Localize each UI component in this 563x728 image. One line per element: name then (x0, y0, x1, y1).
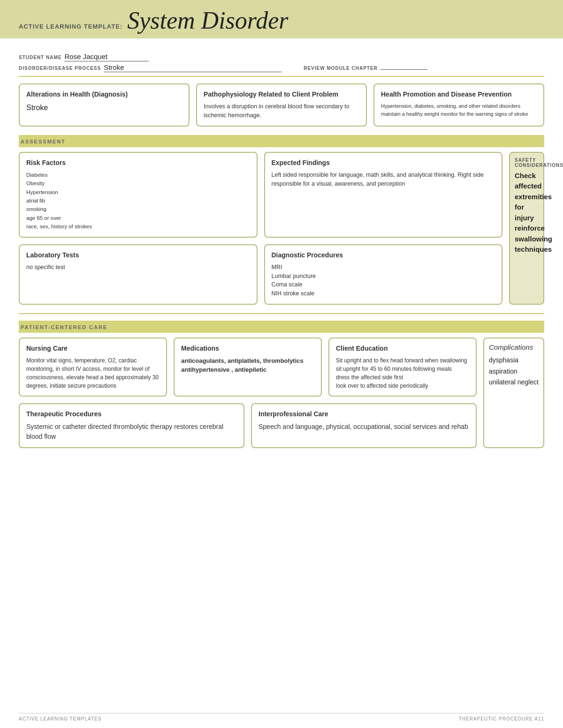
medications-box: Medications anticoagulants, antiplatlets… (174, 338, 322, 397)
patient-care-area: Nursing Care Monitor vital signs, temper… (19, 338, 544, 448)
interprofessional-care-box: Interprofessional Care Speech and langua… (251, 403, 477, 448)
risk-factors-content: Diabetes Obesity Hypertension atrial fib… (26, 171, 250, 231)
lab-tests-box: Laboratory Tests no specific test (19, 244, 258, 305)
expected-findings-box: Expected Findings Left sided responsible… (264, 152, 503, 238)
assessment-area: Risk Factors Diabetes Obesity Hypertensi… (19, 152, 544, 305)
health-promotion-content: Hypertension, diabetes, smoking, and oth… (381, 102, 537, 118)
footer: ACTIVE LEARNING TEMPLATES THERAPEUTIC PR… (19, 713, 544, 721)
assessment-section-label: ASSESSMENT (19, 139, 66, 144)
patient-care-section-header: PATIENT-CENTERED CARE (19, 321, 544, 333)
assessment-top-row: Risk Factors Diabetes Obesity Hypertensi… (19, 152, 502, 238)
expected-findings-title: Expected Findings (272, 158, 495, 167)
safety-title: SAFETY CONSIDERATIONS (515, 158, 539, 168)
alterations-title: Alterations in Health (Diagnosis) (26, 90, 182, 98)
nursing-care-content: Monitor vital signs, temperature, O2, ca… (26, 356, 160, 390)
diagnostic-procedures-title: Diagnostic Procedures (272, 251, 495, 259)
footer-left: ACTIVE LEARNING TEMPLATES (19, 716, 101, 721)
patient-care-section-label: PATIENT-CENTERED CARE (19, 324, 107, 330)
active-learning-label: ACTIVE LEARNING TEMPLATE: (19, 23, 122, 30)
alterations-content: Stroke (26, 102, 182, 113)
client-education-content: Sit upright and to flex head forward whe… (336, 356, 469, 390)
pathophysiology-content: Involves a disruption in cerebral blood … (204, 102, 359, 120)
nursing-care-box: Nursing Care Monitor vital signs, temper… (19, 338, 167, 397)
lab-tests-title: Laboratory Tests (26, 251, 250, 259)
student-name-value: Rose Jacquet (64, 53, 149, 61)
diagnostic-procedures-content: MRI Lumbar puncture Coma scale NIH strok… (272, 263, 495, 298)
review-value (380, 69, 427, 70)
footer-right: THERAPEUTIC PROCEDURE A11 (459, 716, 544, 721)
assessment-left: Risk Factors Diabetes Obesity Hypertensi… (19, 152, 502, 305)
expected-findings-content: Left sided responsible for language, mat… (272, 171, 495, 188)
section-divider (19, 313, 544, 314)
therapeutic-procedures-box: Therapeutic Procedures Systemic or cathe… (19, 403, 244, 448)
disorder-label: DISORDER/DISEASE PROCESS (19, 66, 101, 71)
assessment-section-header: ASSESSMENT (19, 135, 544, 147)
nursing-care-title: Nursing Care (26, 344, 160, 353)
disorder-row: DISORDER/DISEASE PROCESS Stroke REVIEW M… (19, 63, 544, 72)
safety-content: Check affected extremities for injury re… (515, 171, 539, 255)
alterations-box: Alterations in Health (Diagnosis) Stroke (19, 83, 190, 127)
patient-care-bottom-row: Therapeutic Procedures Systemic or cathe… (19, 403, 477, 448)
therapeutic-procedures-title: Therapeutic Procedures (26, 410, 237, 418)
health-promotion-title: Health Promotion and Disease Prevention (381, 90, 537, 98)
risk-factors-title: Risk Factors (26, 158, 250, 167)
pathophysiology-box: Pathophysiology Related to Client Proble… (196, 83, 367, 127)
complications-content: dysphasia aspiration unilateral neglect (489, 355, 539, 388)
client-education-box: Client Education Sit upright and to flex… (328, 338, 477, 397)
main-content: STUDENT NAME Rose Jacquet DISORDER/DISEA… (0, 38, 563, 456)
complications-box: Complications dysphasia aspiration unila… (483, 338, 544, 448)
lab-tests-content: no specific test (26, 263, 250, 272)
safety-box: SAFETY CONSIDERATIONS Check affected ext… (509, 152, 544, 305)
review-label: REVIEW MODULE CHAPTER (304, 66, 378, 71)
assessment-bottom-row: Laboratory Tests no specific test Diagno… (19, 244, 502, 305)
page-title: System Disorder (127, 8, 288, 33)
top-boxes: Alterations in Health (Diagnosis) Stroke… (19, 83, 544, 127)
diagnostic-procedures-box: Diagnostic Procedures MRI Lumbar punctur… (264, 244, 503, 305)
interprofessional-care-content: Speech and language, physical, occupatio… (259, 422, 469, 432)
medications-title: Medications (181, 344, 314, 353)
student-name-label: STUDENT NAME (19, 55, 61, 60)
disorder-value: Stroke (104, 63, 282, 72)
risk-factors-box: Risk Factors Diabetes Obesity Hypertensi… (19, 152, 258, 238)
patient-care-left: Nursing Care Monitor vital signs, temper… (19, 338, 477, 448)
interprofessional-care-title: Interprofessional Care (259, 410, 469, 418)
medications-content: anticoagulants, antiplatlets, thrombolyt… (181, 356, 314, 375)
pathophysiology-title: Pathophysiology Related to Client Proble… (204, 90, 359, 98)
header: ACTIVE LEARNING TEMPLATE: System Disorde… (0, 0, 563, 38)
therapeutic-procedures-content: Systemic or catheter directed thrombolyt… (26, 422, 237, 442)
complications-title: Complications (489, 343, 539, 351)
patient-care-top-row: Nursing Care Monitor vital signs, temper… (19, 338, 477, 397)
health-promotion-box: Health Promotion and Disease Prevention … (373, 83, 544, 127)
client-education-title: Client Education (336, 344, 469, 353)
student-info-bar: STUDENT NAME Rose Jacquet DISORDER/DISEA… (19, 46, 544, 77)
student-name-row: STUDENT NAME Rose Jacquet (19, 53, 544, 61)
